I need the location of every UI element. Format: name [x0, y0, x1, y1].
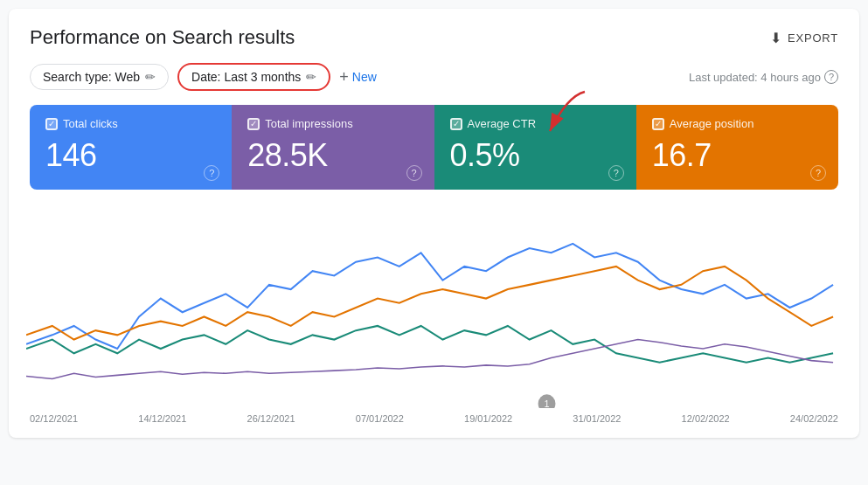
total-clicks-label: Total clicks	[63, 117, 118, 130]
search-type-filter[interactable]: Search type: Web ✏	[30, 64, 169, 90]
page-title: Performance on Search results	[30, 26, 295, 49]
total-clicks-line	[26, 244, 833, 349]
edit-search-type-icon: ✏	[145, 70, 156, 84]
date-filter[interactable]: Date: Last 3 months ✏	[177, 63, 330, 91]
last-updated: Last updated: 4 hours ago ?	[689, 70, 838, 84]
average-position-label-row: Average position	[652, 117, 823, 130]
x-label-4: 07/01/2022	[356, 413, 404, 424]
performance-chart: 1	[26, 207, 842, 408]
annotation-area: Total clicks 146 ? Total impressions 28.…	[30, 105, 838, 190]
x-label-5: 19/01/2022	[464, 413, 512, 424]
average-ctr-help-icon[interactable]: ?	[608, 165, 624, 181]
export-button[interactable]: ⬇ EXPORT	[770, 30, 838, 46]
total-clicks-value: 146	[45, 137, 216, 174]
x-axis-labels: 02/12/2021 14/12/2021 26/12/2021 07/01/2…	[30, 408, 838, 424]
total-impressions-line	[26, 340, 833, 379]
header-row: Performance on Search results ⬇ EXPORT	[30, 26, 838, 49]
metric-average-position[interactable]: Average position 16.7 ?	[636, 105, 838, 190]
total-impressions-help-icon[interactable]: ?	[406, 165, 422, 181]
average-ctr-label: Average CTR	[468, 117, 537, 130]
total-impressions-checkbox[interactable]	[247, 118, 260, 130]
filter-row: Search type: Web ✏ Date: Last 3 months ✏…	[30, 63, 838, 91]
total-impressions-value: 28.5K	[247, 137, 418, 174]
total-clicks-checkbox[interactable]	[45, 118, 58, 130]
total-impressions-label: Total impressions	[265, 117, 352, 130]
average-ctr-line	[26, 326, 833, 363]
download-icon: ⬇	[770, 30, 782, 46]
date-label: Date: Last 3 months	[191, 70, 301, 84]
last-updated-text: Last updated: 4 hours ago	[689, 71, 821, 84]
metric-average-ctr[interactable]: Average CTR 0.5% ?	[434, 105, 636, 190]
average-ctr-label-row: Average CTR	[450, 117, 621, 130]
average-position-value: 16.7	[652, 137, 823, 174]
average-ctr-value: 0.5%	[450, 137, 621, 174]
metric-total-clicks[interactable]: Total clicks 146 ?	[30, 105, 232, 190]
average-position-help-icon[interactable]: ?	[810, 165, 826, 181]
chart-area: 1	[26, 207, 842, 408]
average-position-line	[26, 267, 833, 340]
average-position-label: Average position	[670, 117, 754, 130]
total-clicks-label-row: Total clicks	[45, 117, 216, 130]
total-clicks-help-icon[interactable]: ?	[204, 165, 219, 181]
export-label: EXPORT	[788, 31, 838, 45]
average-position-checkbox[interactable]	[652, 118, 664, 130]
total-impressions-label-row: Total impressions	[247, 117, 418, 130]
x-label-8: 24/02/2022	[790, 413, 838, 424]
metrics-row: Total clicks 146 ? Total impressions 28.…	[30, 105, 838, 190]
edit-date-icon: ✏	[306, 70, 316, 84]
plus-icon: +	[339, 68, 349, 87]
x-label-1: 02/12/2021	[30, 413, 78, 424]
x-label-2: 14/12/2021	[138, 413, 186, 424]
new-filter-button[interactable]: + New	[339, 68, 377, 87]
last-updated-help-icon[interactable]: ?	[824, 70, 838, 84]
svg-text:1: 1	[544, 398, 549, 408]
metric-total-impressions[interactable]: Total impressions 28.5K ?	[232, 105, 434, 190]
x-label-6: 31/01/2022	[573, 413, 621, 424]
search-type-label: Search type: Web	[43, 70, 140, 84]
new-label: New	[352, 70, 377, 84]
x-label-3: 26/12/2021	[247, 413, 295, 424]
average-ctr-checkbox[interactable]	[450, 118, 462, 130]
x-label-7: 12/02/2022	[682, 413, 730, 424]
main-container: Performance on Search results ⬇ EXPORT S…	[9, 9, 859, 438]
